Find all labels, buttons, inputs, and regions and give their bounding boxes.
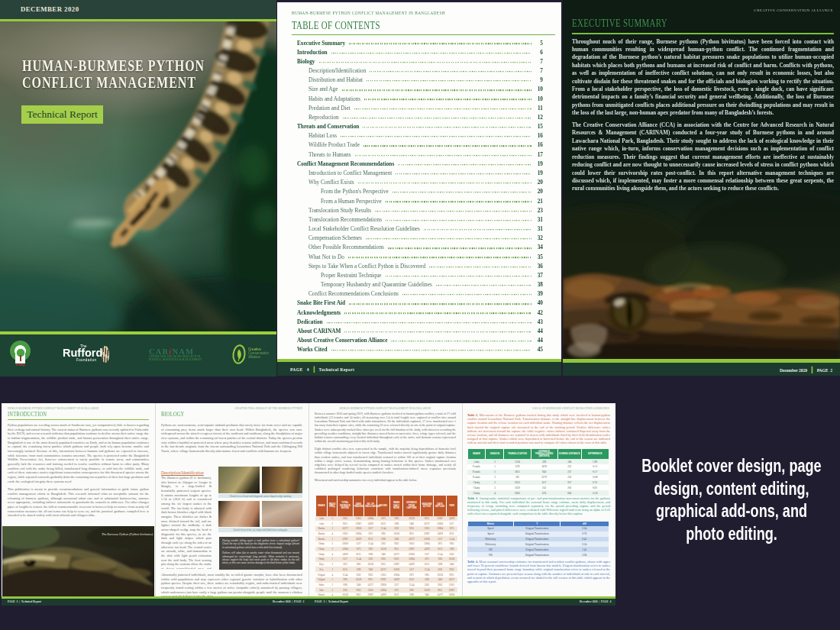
svg-text:The Burmese Python (Python biv: The Burmese Python (Python bivittatus) — [102, 532, 153, 536]
